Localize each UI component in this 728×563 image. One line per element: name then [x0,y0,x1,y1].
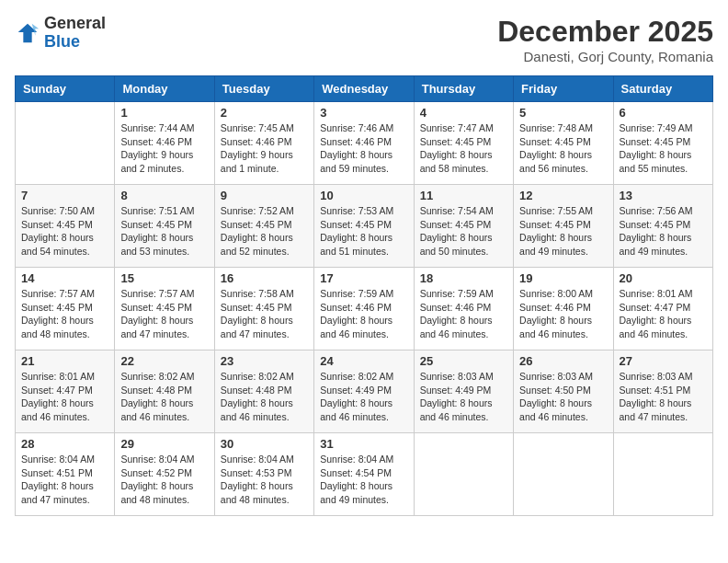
calendar-cell: 2Sunrise: 7:45 AMSunset: 4:46 PMDaylight… [214,102,313,185]
day-number: 16 [221,271,308,285]
calendar-week-row: 7Sunrise: 7:50 AMSunset: 4:45 PMDaylight… [16,185,713,268]
day-number: 4 [420,106,507,120]
calendar-cell: 29Sunrise: 8:04 AMSunset: 4:52 PMDayligh… [115,433,214,516]
day-info: Sunrise: 7:48 AMSunset: 4:45 PMDaylight:… [519,121,607,176]
day-info: Sunrise: 7:58 AMSunset: 4:45 PMDaylight:… [221,287,308,341]
day-info: Sunrise: 7:49 AMSunset: 4:45 PMDaylight:… [620,121,707,176]
day-number: 25 [420,354,507,368]
day-number: 20 [620,271,707,285]
day-number: 15 [120,271,208,285]
day-number: 31 [320,437,407,451]
day-info: Sunrise: 7:54 AMSunset: 4:45 PMDaylight:… [420,204,507,259]
day-number: 2 [221,106,308,120]
calendar-cell: 17Sunrise: 7:59 AMSunset: 4:46 PMDayligh… [314,268,414,350]
day-info: Sunrise: 8:03 AMSunset: 4:51 PMDaylight:… [620,370,707,424]
calendar-week-row: 1Sunrise: 7:44 AMSunset: 4:46 PMDaylight… [16,102,713,185]
day-info: Sunrise: 8:03 AMSunset: 4:49 PMDaylight:… [420,370,507,424]
day-info: Sunrise: 8:02 AMSunset: 4:48 PMDaylight:… [221,370,308,424]
day-info: Sunrise: 7:45 AMSunset: 4:46 PMDaylight:… [221,121,308,176]
day-info: Sunrise: 7:59 AMSunset: 4:46 PMDaylight:… [420,287,507,341]
calendar-cell: 14Sunrise: 7:57 AMSunset: 4:45 PMDayligh… [16,268,115,350]
calendar-table: SundayMondayTuesdayWednesdayThursdayFrid… [15,75,713,516]
page-header: General Blue December 2025 Danesti, Gorj… [15,15,713,64]
calendar-cell: 26Sunrise: 8:03 AMSunset: 4:50 PMDayligh… [514,350,613,433]
day-info: Sunrise: 8:02 AMSunset: 4:48 PMDaylight:… [120,370,208,424]
day-number: 13 [620,189,707,202]
calendar-cell: 27Sunrise: 8:03 AMSunset: 4:51 PMDayligh… [613,350,712,433]
day-number: 24 [320,354,407,368]
calendar-day-header: Saturday [613,76,712,102]
day-info: Sunrise: 8:04 AMSunset: 4:53 PMDaylight:… [221,453,308,507]
calendar-cell: 21Sunrise: 8:01 AMSunset: 4:47 PMDayligh… [16,350,115,433]
calendar-cell [16,102,115,185]
calendar-day-header: Wednesday [314,76,414,102]
day-info: Sunrise: 8:04 AMSunset: 4:51 PMDaylight:… [21,453,108,507]
logo-text: General Blue [44,15,106,52]
calendar-cell: 15Sunrise: 7:57 AMSunset: 4:45 PMDayligh… [115,268,214,350]
calendar-cell: 4Sunrise: 7:47 AMSunset: 4:45 PMDaylight… [414,102,513,185]
calendar-cell [613,433,712,516]
calendar-cell [414,433,513,516]
calendar-cell: 3Sunrise: 7:46 AMSunset: 4:46 PMDaylight… [314,102,414,185]
day-number: 21 [21,354,108,368]
day-number: 14 [21,271,108,285]
day-number: 11 [420,189,507,202]
calendar-day-header: Tuesday [214,76,313,102]
day-number: 26 [519,354,607,368]
day-number: 5 [519,106,607,120]
calendar-cell: 7Sunrise: 7:50 AMSunset: 4:45 PMDaylight… [16,185,115,268]
calendar-cell: 13Sunrise: 7:56 AMSunset: 4:45 PMDayligh… [613,185,712,268]
day-number: 22 [120,354,208,368]
day-info: Sunrise: 7:56 AMSunset: 4:45 PMDaylight:… [620,204,707,259]
day-info: Sunrise: 7:50 AMSunset: 4:45 PMDaylight:… [21,204,108,259]
calendar-cell: 25Sunrise: 8:03 AMSunset: 4:49 PMDayligh… [414,350,513,433]
day-info: Sunrise: 7:47 AMSunset: 4:45 PMDaylight:… [420,121,507,176]
calendar-cell: 6Sunrise: 7:49 AMSunset: 4:45 PMDaylight… [613,102,712,185]
day-number: 17 [320,271,407,285]
calendar-cell: 22Sunrise: 8:02 AMSunset: 4:48 PMDayligh… [115,350,214,433]
calendar-cell: 20Sunrise: 8:01 AMSunset: 4:47 PMDayligh… [613,268,712,350]
calendar-cell: 30Sunrise: 8:04 AMSunset: 4:53 PMDayligh… [214,433,313,516]
calendar-cell: 9Sunrise: 7:52 AMSunset: 4:45 PMDaylight… [214,185,313,268]
day-number: 10 [320,189,407,202]
day-number: 9 [221,189,308,202]
calendar-cell: 10Sunrise: 7:53 AMSunset: 4:45 PMDayligh… [314,185,414,268]
day-info: Sunrise: 7:51 AMSunset: 4:45 PMDaylight:… [120,204,208,259]
day-info: Sunrise: 7:57 AMSunset: 4:45 PMDaylight:… [120,287,208,341]
calendar-day-header: Monday [115,76,214,102]
day-info: Sunrise: 8:04 AMSunset: 4:54 PMDaylight:… [320,453,407,507]
logo: General Blue [15,15,106,52]
logo-icon [15,20,40,46]
calendar-cell: 28Sunrise: 8:04 AMSunset: 4:51 PMDayligh… [16,433,115,516]
day-info: Sunrise: 7:44 AMSunset: 4:46 PMDaylight:… [120,121,208,176]
calendar-cell: 31Sunrise: 8:04 AMSunset: 4:54 PMDayligh… [314,433,414,516]
day-number: 18 [420,271,507,285]
day-info: Sunrise: 7:55 AMSunset: 4:45 PMDaylight:… [519,204,607,259]
day-info: Sunrise: 7:53 AMSunset: 4:45 PMDaylight:… [320,204,407,259]
day-number: 7 [21,189,108,202]
day-number: 1 [120,106,208,120]
day-number: 23 [221,354,308,368]
day-number: 19 [519,271,607,285]
calendar-cell: 11Sunrise: 7:54 AMSunset: 4:45 PMDayligh… [414,185,513,268]
calendar-cell: 12Sunrise: 7:55 AMSunset: 4:45 PMDayligh… [514,185,613,268]
month-title: December 2025 [497,15,713,49]
day-number: 8 [120,189,208,202]
calendar-cell: 23Sunrise: 8:02 AMSunset: 4:48 PMDayligh… [214,350,313,433]
logo-general-text: General [44,15,106,33]
calendar-cell: 8Sunrise: 7:51 AMSunset: 4:45 PMDaylight… [115,185,214,268]
day-number: 3 [320,106,407,120]
day-info: Sunrise: 8:02 AMSunset: 4:49 PMDaylight:… [320,370,407,424]
day-info: Sunrise: 8:01 AMSunset: 4:47 PMDaylight:… [620,287,707,341]
location: Danesti, Gorj County, Romania [497,49,713,64]
calendar-header-row: SundayMondayTuesdayWednesdayThursdayFrid… [16,76,713,102]
calendar-cell: 24Sunrise: 8:02 AMSunset: 4:49 PMDayligh… [314,350,414,433]
calendar-week-row: 14Sunrise: 7:57 AMSunset: 4:45 PMDayligh… [16,268,713,350]
day-number: 6 [620,106,707,120]
calendar-day-header: Sunday [16,76,115,102]
day-info: Sunrise: 8:00 AMSunset: 4:46 PMDaylight:… [519,287,607,341]
title-block: December 2025 Danesti, Gorj County, Roma… [497,15,713,64]
day-info: Sunrise: 7:46 AMSunset: 4:46 PMDaylight:… [320,121,407,176]
calendar-cell: 18Sunrise: 7:59 AMSunset: 4:46 PMDayligh… [414,268,513,350]
calendar-cell: 19Sunrise: 8:00 AMSunset: 4:46 PMDayligh… [514,268,613,350]
